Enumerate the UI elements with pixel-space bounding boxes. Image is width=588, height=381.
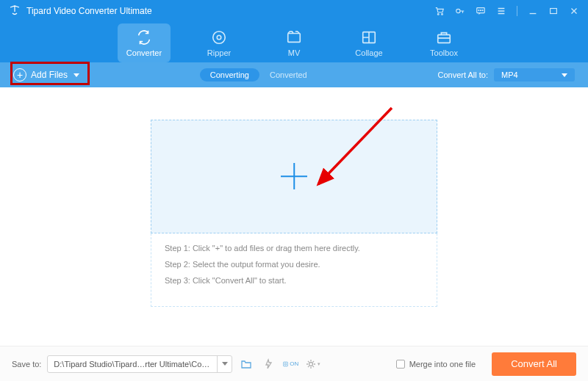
svg-point-9 <box>217 35 221 40</box>
mv-icon <box>286 29 302 46</box>
titlebar-controls <box>434 6 579 16</box>
tab-label: Toolbox <box>430 48 458 57</box>
output-path-value: D:\Tipard Studio\Tipard…rter Ultimate\Co… <box>48 360 217 369</box>
step-text: Step 1: Click "+" to add files or drag t… <box>165 244 423 253</box>
svg-point-6 <box>482 10 483 11</box>
convert-all-to-label: Convert All to: <box>438 70 488 79</box>
converter-icon <box>136 29 152 46</box>
menu-icon[interactable] <box>496 6 506 16</box>
svg-rect-7 <box>551 9 557 14</box>
merge-label: Merge into one file <box>409 360 476 369</box>
convert-all-to: Convert All to: MP4 <box>438 68 575 81</box>
workspace: Step 1: Click "+" to add files or drag t… <box>0 87 588 346</box>
merge-checkbox[interactable]: Merge into one file <box>396 360 476 369</box>
bottom-bar: Save to: D:\Tipard Studio\Tipard…rter Ul… <box>0 346 588 381</box>
output-path-select[interactable]: D:\Tipard Studio\Tipard…rter Ultimate\Co… <box>47 355 232 373</box>
dropzone: Step 1: Click "+" to add files or drag t… <box>151 120 437 307</box>
app-title: Tipard Video Converter Ultimate <box>26 6 434 16</box>
svg-rect-12 <box>438 35 451 43</box>
close-icon[interactable] <box>569 6 579 16</box>
chevron-down-icon[interactable] <box>217 355 232 373</box>
add-files-button[interactable]: Add Files <box>13 68 79 81</box>
maximize-icon[interactable] <box>548 6 559 16</box>
title-bar: Tipard Video Converter Ultimate <box>0 0 588 22</box>
toolbox-icon <box>436 29 452 46</box>
step-text: Step 3: Click "Convert All" to start. <box>165 276 423 285</box>
tab-label: Converter <box>126 48 162 57</box>
divider <box>517 6 517 16</box>
pill-converting[interactable]: Converting <box>200 68 259 81</box>
speed-icon[interactable] <box>260 356 276 372</box>
plus-icon <box>281 163 307 189</box>
tab-toolbox[interactable]: Toolbox <box>417 23 470 62</box>
instructions: Step 1: Click "+" to add files or drag t… <box>151 233 437 307</box>
gpu-icon[interactable]: ON <box>282 356 298 372</box>
tab-converter[interactable]: Converter <box>118 23 171 62</box>
tab-ripper[interactable]: Ripper <box>193 23 245 62</box>
tab-label: Collage <box>355 48 382 57</box>
sub-toolbar: Add Files Converting Converted Convert A… <box>0 62 588 87</box>
cart-icon[interactable] <box>434 6 445 16</box>
pill-converted[interactable]: Converted <box>259 68 318 81</box>
svg-rect-14 <box>284 362 288 366</box>
settings-icon[interactable]: ▾ <box>304 356 320 372</box>
tab-mv[interactable]: MV <box>268 23 320 62</box>
step-text: Step 2: Select the output format you des… <box>165 260 423 269</box>
tab-collage[interactable]: Collage <box>343 23 395 62</box>
svg-point-16 <box>309 362 312 366</box>
svg-point-0 <box>437 14 439 15</box>
key-icon[interactable] <box>455 6 465 16</box>
add-files-label: Add Files <box>31 70 68 80</box>
svg-point-8 <box>213 31 226 43</box>
plus-circle-icon <box>13 68 26 81</box>
minimize-icon[interactable] <box>528 6 538 16</box>
svg-point-2 <box>456 9 460 12</box>
svg-point-15 <box>285 363 287 364</box>
main-tabs: Converter Ripper MV Collage Toolbox <box>0 22 588 62</box>
open-folder-icon[interactable] <box>238 356 254 372</box>
svg-point-1 <box>442 14 443 15</box>
format-select[interactable]: MP4 <box>494 68 575 81</box>
feedback-icon[interactable] <box>476 6 486 16</box>
svg-point-5 <box>481 10 481 11</box>
tab-label: Ripper <box>207 48 231 57</box>
app-logo-icon <box>9 5 21 17</box>
checkbox-icon <box>396 360 405 369</box>
svg-rect-10 <box>288 33 301 42</box>
save-to-label: Save to: <box>12 360 41 369</box>
tab-label: MV <box>288 48 301 57</box>
dropzone-area[interactable] <box>151 120 437 233</box>
format-value: MP4 <box>501 70 518 79</box>
convert-all-button[interactable]: Convert All <box>492 352 576 376</box>
chevron-down-icon <box>74 73 79 77</box>
svg-point-4 <box>478 10 479 11</box>
chevron-down-icon <box>562 73 567 77</box>
ripper-icon <box>211 29 227 46</box>
collage-icon <box>361 29 377 46</box>
status-tabs: Converting Converted <box>200 68 318 81</box>
